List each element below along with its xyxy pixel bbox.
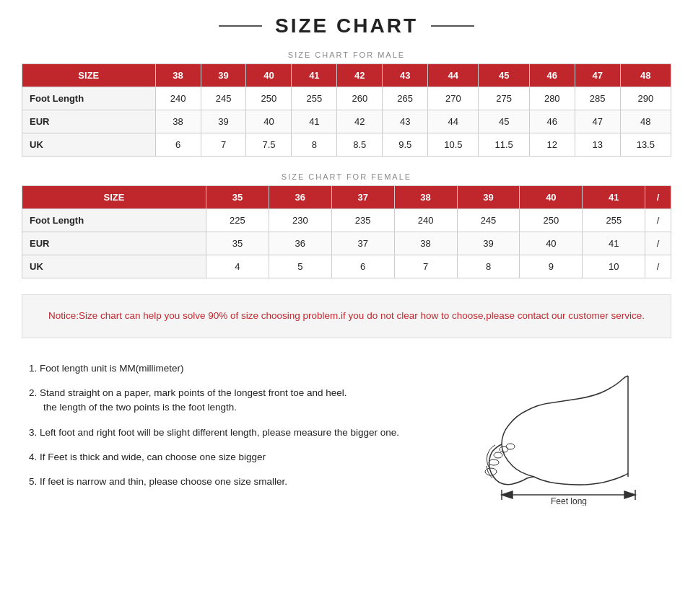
table-cell: 13 xyxy=(575,133,620,157)
row-label: EUR xyxy=(22,110,156,133)
table-cell: 37 xyxy=(331,232,394,255)
table-cell: 225 xyxy=(206,209,269,232)
table-cell: 250 xyxy=(520,209,583,232)
info-item: 4. If Feet is thick and wide, can choose… xyxy=(29,450,448,465)
table-cell: 36 xyxy=(269,232,331,255)
female-header-cell: 39 xyxy=(457,186,520,209)
table-cell: 8.5 xyxy=(337,133,383,157)
table-cell: 285 xyxy=(575,87,620,110)
foot-diagram: Feet long xyxy=(462,361,664,508)
table-cell: 255 xyxy=(292,87,337,110)
female-table-header: SIZE35363738394041/ xyxy=(22,186,671,209)
male-header-cell: 39 xyxy=(201,64,246,87)
info-list: 1. Foot length unit is MM(millimeter)2. … xyxy=(29,361,448,500)
male-header-cell: 46 xyxy=(529,64,575,87)
female-size-table: SIZE35363738394041/ Foot Length225230235… xyxy=(22,185,671,278)
table-cell: 39 xyxy=(201,110,246,133)
table-cell: 7 xyxy=(394,255,457,278)
male-header-cell: 47 xyxy=(575,64,620,87)
table-cell: 12 xyxy=(529,133,575,157)
table-cell: 41 xyxy=(292,110,337,133)
table-cell: 4 xyxy=(206,255,269,278)
info-item: 3. Left foot and right foot will be slig… xyxy=(29,426,448,440)
table-cell: 7 xyxy=(201,133,246,157)
table-cell: 9 xyxy=(520,255,583,278)
page-wrapper: SIZE CHART SIZE CHART FOR MALE SIZE38394… xyxy=(0,0,693,529)
table-cell: 8 xyxy=(292,133,337,157)
table-cell: 40 xyxy=(520,232,583,255)
female-header-cell: SIZE xyxy=(22,186,206,209)
table-row: UK45678910/ xyxy=(22,255,671,278)
title-line-right xyxy=(431,25,474,27)
foot-diagram-svg: Feet long xyxy=(462,361,664,506)
row-label: UK xyxy=(22,133,156,157)
table-cell: 38 xyxy=(155,110,201,133)
table-row: UK677.588.59.510.511.5121313.5 xyxy=(22,133,671,157)
info-item: 5. If feet is narrow and thin, please ch… xyxy=(29,475,448,489)
table-cell: 10.5 xyxy=(428,133,479,157)
male-table-body: Foot Length24024525025526026527027528028… xyxy=(22,87,671,157)
table-cell: 275 xyxy=(479,87,529,110)
table-cell: 43 xyxy=(383,110,428,133)
table-cell: 6 xyxy=(331,255,394,278)
male-table-header: SIZE3839404142434445464748 xyxy=(22,64,671,87)
male-header-cell: 43 xyxy=(383,64,428,87)
table-cell: 6 xyxy=(155,133,201,157)
table-cell: 290 xyxy=(620,87,671,110)
row-label: Foot Length xyxy=(22,87,156,110)
table-cell: 5 xyxy=(269,255,331,278)
female-section-label: SIZE CHART FOR FEMALE xyxy=(22,172,671,181)
male-header-cell: 42 xyxy=(337,64,383,87)
table-cell: 240 xyxy=(394,209,457,232)
info-section: 1. Foot length unit is MM(millimeter)2. … xyxy=(22,354,671,515)
table-cell: 230 xyxy=(269,209,331,232)
table-row: Foot Length24024525025526026527027528028… xyxy=(22,87,671,110)
male-header-cell: 38 xyxy=(155,64,201,87)
table-cell: 35 xyxy=(206,232,269,255)
table-cell: 47 xyxy=(575,110,620,133)
table-cell: 8 xyxy=(457,255,520,278)
male-header-cell: 45 xyxy=(479,64,529,87)
svg-marker-7 xyxy=(502,491,513,498)
info-item: 1. Foot length unit is MM(millimeter) xyxy=(29,361,448,376)
table-cell: 10 xyxy=(583,255,645,278)
row-label: Foot Length xyxy=(22,209,206,232)
table-cell: / xyxy=(645,232,671,255)
table-cell: 46 xyxy=(529,110,575,133)
female-table-body: Foot Length225230235240245250255/EUR3536… xyxy=(22,209,671,278)
table-cell: 250 xyxy=(246,87,292,110)
table-cell: 48 xyxy=(620,110,671,133)
notice-box: Notice:Size chart can help you solve 90%… xyxy=(22,294,671,338)
table-cell: 245 xyxy=(201,87,246,110)
table-cell: 38 xyxy=(394,232,457,255)
female-header-cell: 40 xyxy=(520,186,583,209)
female-header-cell: 36 xyxy=(269,186,331,209)
table-cell: 235 xyxy=(331,209,394,232)
table-cell: 11.5 xyxy=(479,133,529,157)
title-row: SIZE CHART xyxy=(22,14,671,38)
info-item-indent: the length of the two points is the foot… xyxy=(29,400,448,415)
male-section-label: SIZE CHART FOR MALE xyxy=(22,50,671,59)
table-cell: 44 xyxy=(428,110,479,133)
svg-point-5 xyxy=(506,444,515,449)
feet-long-label: Feet long xyxy=(551,496,587,506)
table-cell: 9.5 xyxy=(383,133,428,157)
male-size-table: SIZE3839404142434445464748 Foot Length24… xyxy=(22,63,671,157)
table-cell: 255 xyxy=(583,209,645,232)
table-cell: 260 xyxy=(337,87,383,110)
table-cell: 41 xyxy=(583,232,645,255)
row-label: EUR xyxy=(22,232,206,255)
info-item: 2. Stand straight on a paper, mark point… xyxy=(29,386,448,415)
table-cell: 13.5 xyxy=(620,133,671,157)
svg-point-2 xyxy=(489,459,499,465)
table-cell: 265 xyxy=(383,87,428,110)
table-cell: 270 xyxy=(428,87,479,110)
table-row: EUR35363738394041/ xyxy=(22,232,671,255)
table-row: EUR3839404142434445464748 xyxy=(22,110,671,133)
page-title: SIZE CHART xyxy=(275,14,418,38)
table-cell: 280 xyxy=(529,87,575,110)
table-row: Foot Length225230235240245250255/ xyxy=(22,209,671,232)
table-cell: 39 xyxy=(457,232,520,255)
male-header-cell: 40 xyxy=(246,64,292,87)
female-header-cell: / xyxy=(645,186,671,209)
